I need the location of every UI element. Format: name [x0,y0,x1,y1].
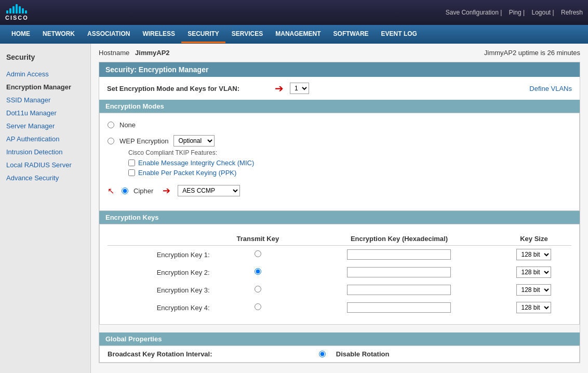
key3-transmit [214,281,302,299]
key1-hex-input[interactable] [347,249,451,260]
mode-none-radio[interactable] [108,122,114,128]
key4-hex-input[interactable] [347,302,451,313]
key4-transmit-radio[interactable] [255,303,261,310]
tkip-label: Cisco Compliant TKIP Features: [128,149,254,156]
sidebar-item-ssid-manager[interactable]: SSID Manager [0,94,90,106]
key3-size-select[interactable]: 128 bit 40 bit [516,284,551,296]
cisco-wordmark: CISCO [5,15,29,21]
main-content: Hostname JimmyAP2 JimmyAP2 uptime is 26 … [91,44,588,373]
top-links: Save Configuration | Ping | Logout | Ref… [440,9,583,16]
save-config-link[interactable]: Save Configuration [446,9,499,16]
bar5 [19,6,21,14]
mic-label: Enable Message Integrity Check (MIC) [138,159,254,167]
page-section-title: Security: Encryption Manager [99,62,580,77]
key2-size: 128 bit 40 bit [497,263,571,281]
encryption-keys-body: Transmit Key Encryption Key (Hexadecimal… [99,224,580,325]
nav-home[interactable]: HOME [5,26,36,43]
table-row: Encryption Key 3: 128 bit 40 bit [108,281,571,299]
global-props-header: Global Properties [99,332,580,345]
nav-eventlog[interactable]: EVENT LOG [375,26,423,43]
hostname-bar: Hostname JimmyAP2 JimmyAP2 uptime is 26 … [99,49,580,57]
sidebar-item-intrusion-detection[interactable]: Intrusion Detection [0,145,90,158]
bar2 [9,8,11,14]
vlan-select[interactable]: 1 2 [290,83,309,94]
mode-wep-label: WEP Encryption [119,137,168,145]
key3-size: 128 bit 40 bit [497,281,571,299]
sidebar-item-local-radius[interactable]: Local RADIUS Server [0,158,90,171]
key2-size-select[interactable]: 128 bit 40 bit [516,267,551,278]
sidebar-item-server-manager[interactable]: Server Manager [0,119,90,132]
global-props-body: Broadcast Key Rotation Interval: Disable… [99,345,580,363]
nav-services[interactable]: SERVICES [225,26,269,43]
vlan-arrow-icon: ➔ [275,82,284,95]
nav-software[interactable]: SOFTWARE [327,26,375,43]
content-wrapper: Security: Encryption Manager Set Encrypt… [99,62,580,363]
ping-link[interactable]: Ping [509,9,522,16]
mic-checkbox[interactable] [128,159,135,166]
cipher-options-select[interactable]: AES CCMP TKIP AES CCMP + TKIP [178,185,240,196]
encryption-keys-header: Encryption Keys [99,211,580,224]
define-vlans-link[interactable]: Define VLANs [529,85,572,92]
nav-network[interactable]: NETWORK [36,26,81,43]
key4-label: Encryption Key 4: [108,299,214,316]
hostname-left: Hostname JimmyAP2 [99,49,170,57]
table-row: Encryption Key 4: 128 bit 40 bit [108,299,571,316]
col-label [108,232,214,246]
layout: Security Admin Access Encryption Manager… [0,44,588,373]
key1-transmit-radio[interactable] [255,250,261,257]
ppk-checkbox[interactable] [128,169,135,176]
key4-size: 128 bit 40 bit [497,299,571,316]
refresh-link[interactable]: Refresh [561,9,583,16]
sidebar-item-admin-access[interactable]: Admin Access [0,68,90,81]
key2-hex [302,263,497,281]
ppk-label: Enable Per Packet Keying (PPK) [138,169,236,177]
sidebar-item-dot11u-manager[interactable]: Dot11u Manager [0,106,90,119]
key1-size-select[interactable]: 128 bit 40 bit [516,249,551,260]
global-section: Global Properties Broadcast Key Rotation… [99,332,580,363]
tkip-section: Cisco Compliant TKIP Features: Enable Me… [128,149,254,179]
mode-cipher-radio[interactable] [122,188,128,194]
key3-transmit-radio[interactable] [255,286,261,292]
key4-size-select[interactable]: 128 bit 40 bit [516,302,551,313]
nav-wireless[interactable]: WIRELESS [136,26,181,43]
hostname-value: JimmyAP2 [135,49,169,57]
key1-label: Encryption Key 1: [108,246,214,264]
sidebar: Security Admin Access Encryption Manager… [0,44,91,373]
sidebar-title: Security [0,49,90,68]
keys-inner: Transmit Key Encryption Key (Hexadecimal… [100,224,579,324]
key4-transmit [214,299,302,316]
logo-area: CISCO [5,4,29,21]
key2-transmit-radio[interactable] [255,268,261,275]
disable-rotation-radio[interactable] [319,351,326,357]
table-row: Encryption Key 2: 128 bit 40 bit [108,263,571,281]
key3-hex-input[interactable] [347,285,451,295]
broadcast-rotation-label: Broadcast Key Rotation Interval: [108,350,212,358]
mode-none-row: None [108,121,571,129]
ppk-check-row: Enable Per Packet Keying (PPK) [128,169,254,177]
nav-association[interactable]: ASSOCIATION [81,26,136,43]
sidebar-item-advance-security[interactable]: Advance Security [0,171,90,184]
bar6 [22,8,24,14]
uptime-text: JimmyAP2 uptime is 26 minutes [484,49,580,57]
table-row: Encryption Key 1: 128 bit 40 bit [108,246,571,264]
key3-hex [302,281,497,299]
logout-link[interactable]: Logout [531,9,551,16]
hostname-label: Hostname [99,49,129,57]
mode-wep-radio[interactable] [108,138,114,144]
mode-none-label: None [119,121,136,129]
col-hex: Encryption Key (Hexadecimal) [302,232,497,246]
sidebar-item-ap-authentication[interactable]: AP Authentication [0,132,90,145]
vlan-left: Set Encryption Mode and Keys for VLAN: ➔… [107,82,309,95]
mode-cipher-row: ↖ Cipher ➔ AES CCMP TKIP AES CCMP + TKIP [108,185,571,196]
broadcast-rotation-row: Broadcast Key Rotation Interval: Disable… [100,346,579,362]
nav-security[interactable]: SECURITY [181,26,225,43]
cipher-arrow-icon: ↖ [108,186,114,196]
vlan-row: Set Encryption Mode and Keys for VLAN: ➔… [99,77,580,100]
col-transmit: Transmit Key [214,232,302,246]
sidebar-item-encryption-manager[interactable]: Encryption Manager [0,81,90,94]
key2-hex-input[interactable] [347,267,451,277]
nav-management[interactable]: MANAGEMENT [269,26,327,43]
key2-label: Encryption Key 2: [108,263,214,281]
wep-options-select[interactable]: Optional Required [173,135,215,146]
bar7 [25,10,27,14]
